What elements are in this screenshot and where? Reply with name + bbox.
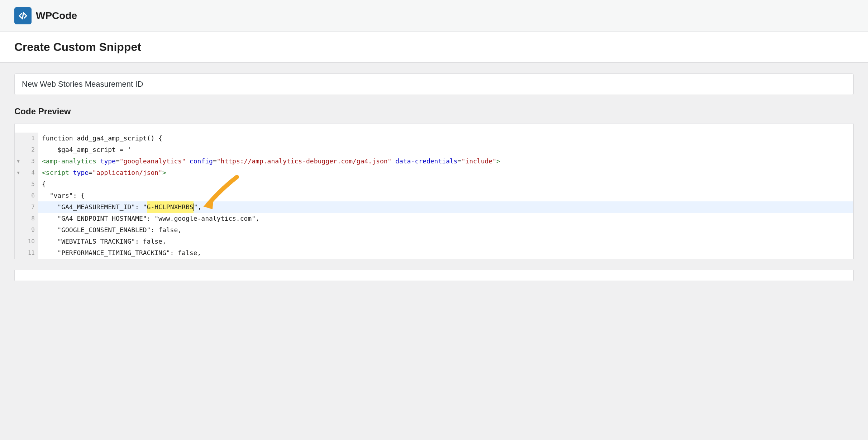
- code-content[interactable]: $ga4_amp_script = ': [38, 144, 131, 156]
- code-content[interactable]: "GA4_MEASUREMENT_ID": "G-HCLPNXHRBS",: [38, 201, 201, 213]
- line-number: 5: [22, 178, 38, 190]
- code-line[interactable]: 5{: [15, 178, 853, 190]
- line-number: 4: [22, 167, 38, 178]
- line-number: 2: [22, 144, 38, 156]
- line-number: 9: [22, 224, 38, 236]
- fold-gutter: [15, 247, 22, 259]
- code-content[interactable]: "PERFORMANCE_TIMING_TRACKING": false,: [38, 247, 201, 259]
- code-content[interactable]: "GOOGLE_CONSENT_ENABLED": false,: [38, 224, 182, 236]
- fold-gutter[interactable]: ▼: [15, 156, 22, 167]
- line-number: 11: [22, 247, 38, 259]
- fold-gutter: [15, 144, 22, 156]
- page-title-bar: Create Custom Snippet: [0, 32, 868, 63]
- code-content[interactable]: "GA4_ENDPOINT_HOSTNAME": "www.google-ana…: [38, 213, 259, 224]
- line-number: 1: [22, 133, 38, 144]
- line-number: 7: [22, 201, 38, 213]
- fold-gutter: [15, 178, 22, 190]
- code-line[interactable]: 1function add_ga4_amp_script() {: [15, 133, 853, 144]
- line-number: 6: [22, 190, 38, 201]
- code-line[interactable]: 6 "vars": {: [15, 190, 853, 201]
- code-preview-label: Code Preview: [14, 106, 854, 116]
- fold-gutter: [15, 236, 22, 247]
- code-content[interactable]: <amp-analytics type="googleanalytics" co…: [38, 156, 500, 167]
- code-content[interactable]: "WEBVITALS_TRACKING": false,: [38, 236, 166, 247]
- fold-gutter[interactable]: ▼: [15, 167, 22, 178]
- fold-gutter: [15, 224, 22, 236]
- code-line[interactable]: ▼4<script type="application/json">: [15, 167, 853, 178]
- code-line[interactable]: 7 "GA4_MEASUREMENT_ID": "G-HCLPNXHRBS",: [15, 201, 853, 213]
- fold-gutter: [15, 213, 22, 224]
- code-content[interactable]: function add_ga4_amp_script() {: [38, 133, 162, 144]
- fold-gutter: [15, 190, 22, 201]
- content: Code Preview 1function add_ga4_amp_scrip…: [0, 63, 868, 259]
- logo-icon: [14, 7, 32, 24]
- code-line[interactable]: 8 "GA4_ENDPOINT_HOSTNAME": "www.google-a…: [15, 213, 853, 224]
- snippet-title-input[interactable]: [14, 73, 854, 95]
- code-content[interactable]: <script type="application/json">: [38, 167, 166, 178]
- code-content[interactable]: "vars": {: [38, 190, 85, 201]
- bottom-panel: [14, 270, 854, 281]
- line-number: 10: [22, 236, 38, 247]
- code-line[interactable]: 2 $ga4_amp_script = ': [15, 144, 853, 156]
- fold-gutter: [15, 133, 22, 144]
- code-line[interactable]: 10 "WEBVITALS_TRACKING": false,: [15, 236, 853, 247]
- app-header: WPCode: [0, 0, 868, 32]
- code-editor[interactable]: 1function add_ga4_amp_script() {2 $ga4_a…: [14, 124, 854, 259]
- code-line[interactable]: 11 "PERFORMANCE_TIMING_TRACKING": false,: [15, 247, 853, 259]
- fold-gutter: [15, 201, 22, 213]
- page-title: Create Custom Snippet: [14, 40, 854, 54]
- line-number: 8: [22, 213, 38, 224]
- logo-text: WPCode: [36, 10, 77, 21]
- code-content[interactable]: {: [38, 178, 46, 190]
- line-number: 3: [22, 156, 38, 167]
- code-line[interactable]: ▼3<amp-analytics type="googleanalytics" …: [15, 156, 853, 167]
- code-line[interactable]: 9 "GOOGLE_CONSENT_ENABLED": false,: [15, 224, 853, 236]
